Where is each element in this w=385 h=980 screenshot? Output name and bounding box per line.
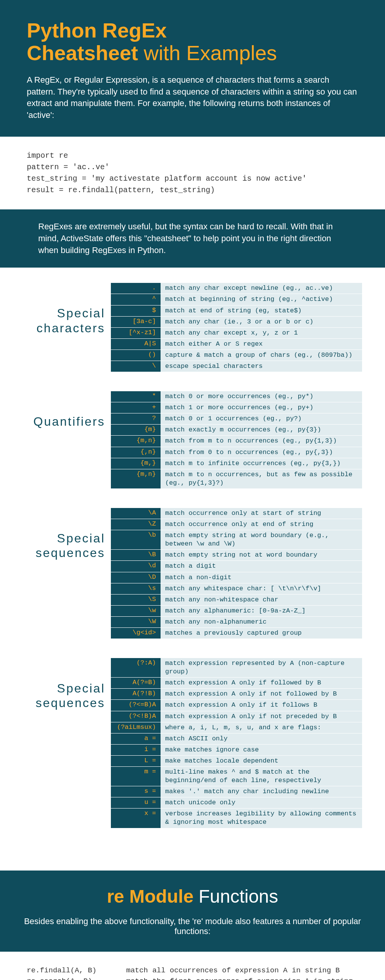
symbol-cell: A(?!B) (111, 689, 161, 699)
table-row: {m}match exactly m occurrences (eg., py{… (111, 425, 362, 436)
table-row: A(?=B)match expression A only if followe… (111, 678, 362, 689)
desc-cell: match any char except newline (eg., ac..… (161, 283, 362, 294)
table-row: s =makes '.' match any char including ne… (111, 786, 362, 797)
desc-cell: match expression A only if it follows B (161, 700, 362, 710)
desc-cell: match expression A only if not followed … (161, 689, 362, 699)
function-row: re.search(A, B)match the first occurrenc… (27, 976, 358, 980)
symbol-cell: . (111, 283, 161, 294)
table-row: m =multi-line makes ^ and $ match at the… (111, 767, 362, 786)
table-label: Special characters (23, 283, 111, 335)
symbol-cell: + (111, 402, 161, 413)
tables-container: Special characters.match any char except… (0, 268, 385, 870)
table-row: \g<id>matches a previously captured grou… (111, 628, 362, 639)
table-row: [3a-c]match any char (ie., 3 or a or b o… (111, 317, 362, 328)
desc-cell: match occurrence only at end of string (161, 519, 362, 530)
table-row: \Smatch any non-whitespace char (111, 595, 362, 606)
table-section: Special sequences(?:A)match expression r… (23, 658, 362, 828)
hero: Python RegEx Cheatsheet with Examples A … (0, 0, 385, 137)
desc-cell: match empty string not at word boundary (161, 550, 362, 560)
symbol-cell: (?<!B)A (111, 711, 161, 722)
desc-cell: match expression A only if not preceded … (161, 711, 362, 722)
table-label: Quantifiers (23, 391, 111, 429)
table-row: a =match ASCII only (111, 733, 362, 745)
symbol-cell: [^x-z1] (111, 328, 161, 338)
desc-cell: matches a previously captured group (161, 628, 362, 639)
symbol-cell: L = (111, 756, 161, 766)
table-row: (?<=B)A match expression A only if it fo… (111, 700, 362, 711)
desc-cell: match either A or S regex (161, 339, 362, 350)
symbol-cell: \ (111, 361, 161, 372)
desc-cell: match 0 or more occurrences (eg., py*) (161, 391, 362, 402)
table-row: .match any char except newline (eg., ac.… (111, 283, 362, 294)
symbol-cell: {m,n} (111, 469, 161, 488)
table-row: i =make matches ignore case (111, 745, 362, 756)
table-row: ()capture & match a group of chars (eg.,… (111, 350, 362, 361)
table-row: \dmatch a digit (111, 561, 362, 572)
table-row: A|Smatch either A or S regex (111, 339, 362, 350)
symbol-cell: * (111, 391, 161, 402)
title-line1: Python RegEx (27, 19, 167, 42)
symbol-cell: \A (111, 508, 161, 519)
desc-cell: match any non-whitespace char (161, 595, 362, 605)
table-row: \Wmatch any non-alphanumeric (111, 617, 362, 628)
symbol-cell: s = (111, 786, 161, 797)
desc-cell: match any whitespace char: [ \t\n\r\f\v] (161, 583, 362, 594)
function-name: re.search(A, B) (27, 976, 126, 980)
functions-block: re.findall(A, B)match all occurrences of… (0, 952, 385, 980)
symbol-cell: \b (111, 530, 161, 549)
symbol-cell: ^ (111, 294, 161, 305)
desc-cell: verbose increases legibility by allowing… (161, 808, 362, 828)
function-row: re.findall(A, B)match all occurrences of… (27, 965, 358, 976)
desc-cell: match at end of string (eg, state$) (161, 305, 362, 316)
desc-cell: capture & match a group of chars (eg., (… (161, 350, 362, 361)
table-body: .match any char except newline (eg., ac.… (111, 283, 362, 372)
symbol-cell: u = (111, 797, 161, 808)
table-row: {m,}match m to infinite occurrences (eg.… (111, 458, 362, 469)
symbol-cell: {m,} (111, 458, 161, 469)
table-row: ?match 0 or 1 occurrences (eg., py?) (111, 413, 362, 425)
symbol-cell: a = (111, 733, 161, 744)
table-section: Special characters.match any char except… (23, 283, 362, 372)
desc-cell: match at beginning of string (eg., ^acti… (161, 294, 362, 305)
function-name: re.findall(A, B) (27, 965, 126, 976)
desc-cell: escape special characters (161, 361, 362, 372)
desc-cell: match any alphanumeric: [0-9a-zA-Z_] (161, 606, 362, 616)
module-hero: re Module Functions Besides enabling the… (0, 871, 385, 952)
desc-cell: match any non-alphanumeric (161, 617, 362, 627)
symbol-cell: A|S (111, 339, 161, 350)
table-row: ^match at beginning of string (eg., ^act… (111, 294, 362, 305)
table-row: {,n}match from 0 to n occurrences (eg., … (111, 447, 362, 458)
desc-cell: match a non-digit (161, 572, 362, 583)
symbol-cell: (?<=B)A (111, 700, 161, 710)
module-title-thin: Functions (193, 886, 278, 906)
table-row: {m,n}match from m to n occurrences (eg.,… (111, 436, 362, 447)
desc-cell: match from 0 to n occurrences (eg., py{,… (161, 447, 362, 458)
table-label: Special sequences (23, 658, 111, 710)
table-section: Quantifiers*match 0 or more occurrences … (23, 391, 362, 489)
symbol-cell: (?aiLmsux) (111, 722, 161, 733)
symbol-cell: {,n} (111, 447, 161, 458)
table-row: +match 1 or more occurrences (eg., py+) (111, 402, 362, 413)
table-row: \bmatch empty string at word boundary (e… (111, 530, 362, 550)
code-example: import re pattern = 'ac..ve' test_string… (0, 137, 385, 209)
desc-cell: match 1 or more occurrences (eg., py+) (161, 402, 362, 413)
desc-cell: match a digit (161, 561, 362, 572)
desc-cell: match any char except x, y, z or 1 (161, 328, 362, 338)
table-row: [^x-z1]match any char except x, y, z or … (111, 328, 362, 339)
symbol-cell: x = (111, 808, 161, 828)
symbol-cell: {m} (111, 425, 161, 435)
table-row: \Bmatch empty string not at word boundar… (111, 550, 362, 561)
desc-cell: match m to n occurrences, but as few as … (161, 469, 362, 488)
intro-text: A RegEx, or Regular Expression, is a seq… (27, 74, 358, 121)
symbol-cell: {m,n} (111, 436, 161, 446)
symbol-cell: () (111, 350, 161, 361)
note-text: RegExes are extremely useful, but the sy… (0, 209, 385, 268)
title-thin: with Examples (138, 41, 277, 64)
desc-cell: match unicode only (161, 797, 362, 808)
symbol-cell: ? (111, 413, 161, 424)
desc-cell: makes '.' match any char including newli… (161, 786, 362, 797)
table-row: \Amatch occurrence only at start of stri… (111, 508, 362, 519)
desc-cell: match occurrence only at start of string (161, 508, 362, 519)
symbol-cell: \W (111, 617, 161, 627)
symbol-cell: (?:A) (111, 658, 161, 677)
